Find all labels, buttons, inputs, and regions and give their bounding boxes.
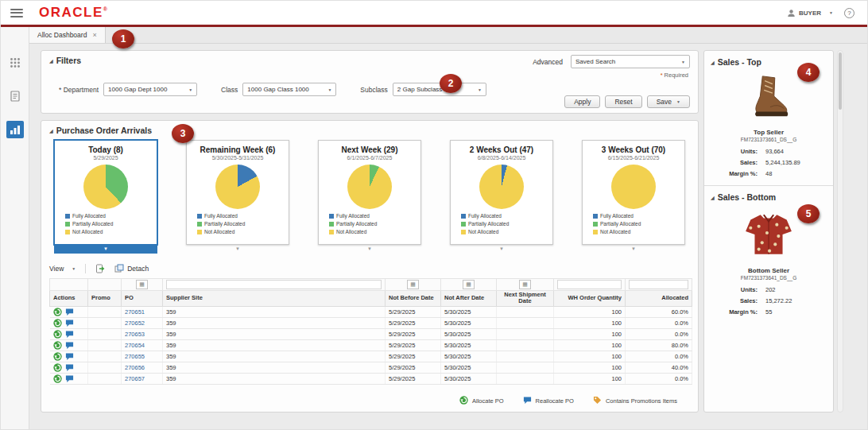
detach-button[interactable]: Detach: [114, 264, 149, 273]
po-card-remaining-week[interactable]: Remaining Week (6) 5/30/2025-5/31/2025 F…: [186, 140, 289, 245]
sales-bottom-heading[interactable]: ◢Sales - Bottom: [711, 192, 827, 202]
cell-promo: [88, 362, 122, 373]
reallocate-po-icon: [523, 396, 532, 406]
units-value: 202: [765, 286, 776, 293]
po-link[interactable]: 270653: [125, 331, 145, 338]
card-expander[interactable]: ▼: [186, 245, 289, 254]
po-link[interactable]: 270655: [125, 353, 145, 360]
table-row[interactable]: 2706573595/29/20255/30/20251000.0%: [50, 373, 692, 384]
allocate-po-icon[interactable]: [53, 341, 62, 350]
po-card-next-week[interactable]: Next Week (29) 6/1/2025-6/7/2025 Fully A…: [318, 140, 421, 245]
view-menu-button[interactable]: View▼: [49, 265, 76, 273]
reallocate-po-icon[interactable]: [65, 330, 74, 339]
table-row[interactable]: 2706523595/29/20255/30/20251000.0%: [50, 317, 692, 328]
top-seller-item-code[interactable]: FM7231373661_DS__G: [711, 137, 827, 142]
col-po-header[interactable]: PO: [122, 291, 163, 307]
not-allocated-swatch: [593, 230, 598, 234]
cell-next-shipment-date: [497, 351, 554, 362]
sidebar-item-tasks[interactable]: [6, 87, 24, 105]
panel-divider: [704, 185, 833, 186]
reset-button[interactable]: Reset: [605, 95, 641, 108]
user-menu[interactable]: BUYER ▼: [787, 9, 833, 17]
card-expander[interactable]: ▼: [582, 245, 685, 254]
po-card-today[interactable]: Today (8) 5/29/2025 Fully Allocated Part…: [54, 140, 157, 245]
table-row[interactable]: 2706563595/29/20255/30/202510040.0%: [50, 362, 692, 373]
apply-button[interactable]: Apply: [564, 95, 600, 108]
po-link[interactable]: 270657: [125, 375, 145, 382]
po-card-three-weeks-out[interactable]: 3 Weeks Out (70) 6/15/2025-6/21/2025 Ful…: [582, 140, 685, 245]
col-supplier-site-header[interactable]: Supplier Site: [163, 291, 386, 307]
partially-allocated-swatch: [65, 222, 70, 227]
oracle-logo: ORACLE®: [39, 5, 108, 21]
allocate-po-icon[interactable]: [53, 352, 62, 361]
cell-allocated: 0.0%: [626, 351, 692, 362]
col-allocated-header[interactable]: Allocated: [626, 291, 692, 307]
saved-search-select[interactable]: Saved Search ▼: [571, 55, 690, 68]
supplier-site-filter-input[interactable]: [166, 280, 382, 289]
allocate-po-icon[interactable]: [53, 374, 62, 383]
col-not-before-date-header[interactable]: Not Before Date: [386, 291, 441, 307]
export-button[interactable]: [95, 264, 105, 273]
help-icon[interactable]: ?: [844, 8, 854, 18]
table-row[interactable]: 2706533595/29/20255/30/20251000.0%: [50, 328, 692, 339]
cell-po: 270657: [122, 373, 163, 384]
po-link[interactable]: 270651: [125, 308, 145, 316]
allocate-po-icon[interactable]: [53, 330, 62, 339]
allocate-po-icon[interactable]: [53, 319, 62, 327]
qbe-cell: ▦: [386, 279, 441, 291]
allocated-filter-input[interactable]: [629, 280, 688, 289]
card-expander[interactable]: ▼: [54, 245, 157, 254]
col-next-shipment-date-header[interactable]: Next Shipment Date: [497, 291, 554, 307]
reallocate-po-icon[interactable]: [65, 374, 74, 383]
card-expander[interactable]: ▼: [450, 245, 553, 254]
reallocate-po-legend: Reallocate PO: [523, 396, 574, 406]
scrollbar-thumb[interactable]: [839, 52, 842, 110]
col-actions-header[interactable]: Actions: [50, 291, 88, 307]
reallocate-po-icon[interactable]: [65, 363, 74, 372]
card-expander[interactable]: ▼: [318, 245, 421, 254]
cell-not-after-date: 5/30/2025: [441, 373, 497, 384]
next-shipment-date-filter-icon[interactable]: ▦: [519, 280, 531, 289]
allocate-po-icon[interactable]: [53, 363, 62, 372]
po-link[interactable]: 270654: [125, 342, 145, 349]
table-row[interactable]: 2706543595/29/20255/30/202510080.0%: [50, 339, 692, 351]
po-arrivals-heading[interactable]: ◢Purchase Order Arrivals: [49, 126, 152, 135]
collapse-triangle-icon: ◢: [49, 59, 53, 64]
tab-close-icon[interactable]: ×: [92, 31, 96, 39]
po-filter-icon[interactable]: ▦: [136, 280, 148, 289]
hamburger-menu-icon[interactable]: [10, 9, 23, 17]
filters-heading[interactable]: ◢Filters: [49, 56, 81, 65]
allocate-po-icon[interactable]: [53, 308, 62, 316]
cell-supplier-site: 359: [163, 362, 386, 373]
save-button[interactable]: Save▼: [647, 95, 690, 108]
wh-order-quantity-filter-input[interactable]: [557, 280, 622, 289]
po-card-two-weeks-out[interactable]: 2 Weeks Out (47) 6/8/2025-6/14/2025 Full…: [450, 140, 553, 245]
reallocate-po-icon[interactable]: [65, 341, 74, 350]
col-not-after-date-header[interactable]: Not After Date: [441, 291, 497, 307]
sales-value: 5,244,135.89: [765, 159, 800, 166]
sales-value: 15,272.22: [765, 297, 792, 304]
tab-alloc-dashboard[interactable]: Alloc Dashboard ×: [29, 27, 106, 43]
department-select[interactable]: 1000 Gap Dept 1000▼: [103, 83, 197, 96]
not-after-date-filter-icon[interactable]: ▦: [463, 280, 475, 289]
not-before-date-filter-icon[interactable]: ▦: [407, 280, 419, 289]
qbe-cell: [163, 279, 386, 291]
vertical-scrollbar[interactable]: [837, 50, 843, 413]
po-link[interactable]: 270656: [125, 364, 145, 371]
table-row[interactable]: 2706513595/29/20255/30/202510060.0%: [50, 306, 692, 317]
units-label: Units:: [718, 148, 758, 155]
sidebar-item-dashboard[interactable]: [6, 121, 24, 138]
bottom-seller-item-code[interactable]: FM7231373641_DS__G: [711, 275, 827, 281]
reallocate-po-icon[interactable]: [65, 352, 74, 361]
table-row[interactable]: 2706553595/29/20255/30/20251000.0%: [50, 351, 692, 362]
col-wh-order-quantity-header[interactable]: WH Order Quantity: [554, 291, 626, 307]
advanced-link[interactable]: Advanced: [533, 58, 563, 66]
class-select[interactable]: 1000 Gap Class 1000▼: [242, 83, 336, 96]
qbe-cell: ▦: [497, 279, 554, 291]
po-link[interactable]: 270652: [125, 320, 145, 327]
reallocate-po-icon[interactable]: [65, 319, 74, 327]
reallocate-po-icon[interactable]: [65, 308, 74, 316]
sidebar-item-apps-grid[interactable]: [6, 54, 24, 72]
card-title: Today (8): [55, 145, 157, 154]
col-promo-header[interactable]: Promo: [88, 291, 122, 307]
